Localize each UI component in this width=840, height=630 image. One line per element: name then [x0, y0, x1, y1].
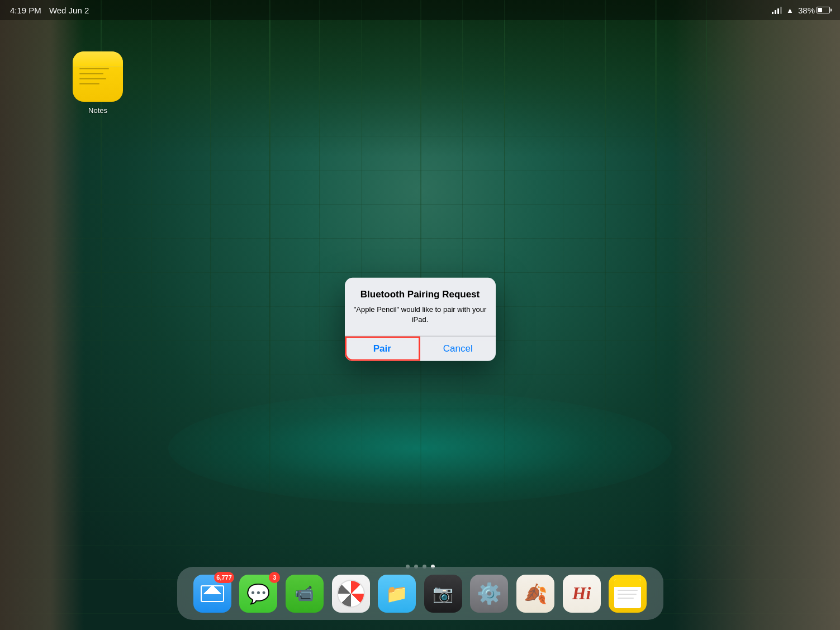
pair-button[interactable]: Pair: [345, 337, 421, 361]
facetime-icon[interactable]: 📹: [286, 575, 324, 613]
dialog-message: "Apple Pencil" would like to pair with y…: [354, 304, 487, 324]
notes-app-label: Notes: [88, 106, 107, 115]
time-display: 4:19 PM: [10, 6, 41, 15]
files-folder-graphic: 📁: [386, 583, 408, 604]
messages-badge: 3: [269, 572, 280, 583]
dock-item-files[interactable]: 📁: [378, 575, 416, 613]
mail-envelope-graphic: [201, 585, 224, 602]
notes-icon-graphic: [73, 51, 123, 102]
dock-item-notes[interactable]: [609, 575, 647, 613]
notes-app-icon[interactable]: Notes: [73, 51, 123, 115]
prizmo-icon[interactable]: Hi: [563, 575, 601, 613]
hi-graphic: Hi: [572, 583, 591, 604]
bluetooth-pairing-dialog: Bluetooth Pairing Request "Apple Pencil"…: [345, 277, 496, 361]
dock-item-mail[interactable]: 6,777: [193, 575, 231, 613]
dialog-title: Bluetooth Pairing Request: [354, 288, 487, 300]
dialog-content: Bluetooth Pairing Request "Apple Pencil"…: [345, 277, 496, 324]
settings-gear-graphic: ⚙️: [477, 582, 502, 605]
safari-compass-graphic: [337, 580, 365, 608]
files-icon[interactable]: 📁: [378, 575, 416, 613]
mail-badge: 6,777: [214, 572, 234, 583]
date-display: Wed Jun 2: [49, 6, 89, 15]
dialog-buttons: Pair Cancel: [345, 336, 496, 361]
patterned-icon[interactable]: 🍂: [516, 575, 554, 613]
battery-icon: [817, 7, 830, 13]
status-left: 4:19 PM Wed Jun 2: [10, 6, 89, 15]
battery-percent: 38%: [798, 6, 815, 15]
dock-item-facetime[interactable]: 📹: [286, 575, 324, 613]
camera-graphic: 📷: [433, 584, 453, 603]
dock-item-safari[interactable]: [332, 575, 370, 613]
status-right: ▲ 38%: [772, 6, 830, 15]
dock-item-prizmo[interactable]: Hi: [563, 575, 601, 613]
camera-icon[interactable]: 📷: [424, 575, 462, 613]
signal-icon: [772, 6, 782, 14]
wifi-icon: ▲: [786, 6, 794, 15]
settings-icon[interactable]: ⚙️: [470, 575, 508, 613]
dock-item-messages[interactable]: 💬 3: [239, 575, 277, 613]
leaf-graphic: 🍂: [524, 582, 547, 605]
notes-dock-icon[interactable]: [609, 575, 647, 613]
dock-item-patterned[interactable]: 🍂: [516, 575, 554, 613]
dock-item-camera[interactable]: 📷: [424, 575, 462, 613]
messages-bubble-graphic: 💬: [246, 582, 270, 605]
battery-fill: [818, 8, 822, 12]
battery-container: 38%: [798, 6, 830, 15]
facetime-camera-graphic: 📹: [295, 584, 314, 603]
notes-pad-graphic: [614, 579, 641, 608]
dock: 6,777 💬 3 📹 📁 📷 ⚙️: [177, 567, 663, 620]
status-bar: 4:19 PM Wed Jun 2 ▲ 38%: [0, 0, 840, 20]
dock-item-settings[interactable]: ⚙️: [470, 575, 508, 613]
cancel-button[interactable]: Cancel: [420, 337, 496, 361]
safari-icon[interactable]: [332, 575, 370, 613]
